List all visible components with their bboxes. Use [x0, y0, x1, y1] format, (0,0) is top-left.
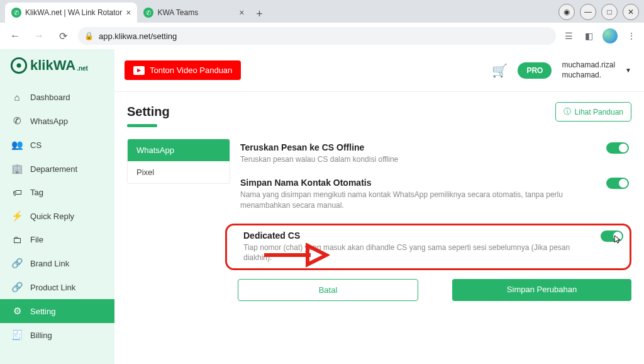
user-name: muchamad.rizal — [562, 60, 615, 71]
sidebar-item-label: WhatsApp — [30, 117, 68, 126]
info-icon: ⓘ — [564, 106, 571, 117]
sidebar-item-label: Brand Link — [30, 259, 69, 268]
sidebar-item-dashboard[interactable]: ⌂Dashboard — [0, 86, 114, 109]
gear-icon: ⚙ — [11, 305, 23, 317]
view-guide-button[interactable]: ⓘ Lihat Panduan — [555, 102, 631, 122]
sidebar-item-label: Setting — [30, 307, 55, 316]
extension-icon[interactable]: ◧ — [582, 30, 595, 42]
menu-icon[interactable]: ⋮ — [625, 30, 638, 42]
window-close-icon[interactable]: ✕ — [623, 4, 639, 20]
window-account-icon[interactable]: ◉ — [558, 4, 575, 20]
option-auto-save-contact: Simpan Nama Kontak Otomatis Nama yang di… — [238, 174, 631, 220]
option-title: Teruskan Pesan ke CS Offline — [240, 142, 600, 152]
topbar: ▶ Tonton Video Panduan 🛒 PRO muchamad.ri… — [114, 49, 644, 92]
window-maximize-icon[interactable]: □ — [601, 4, 618, 20]
logo-icon — [10, 57, 28, 74]
cancel-button[interactable]: Batal — [238, 279, 418, 301]
save-button[interactable]: Simpan Perubahan — [452, 279, 631, 301]
guide-button-label: Lihat Panduan — [575, 108, 623, 117]
option-description: Teruskan pesan walau CS dalam kondisi of… — [240, 154, 600, 165]
browser-tab-0[interactable]: ✆ KlikWA.net | WA Link Rotator × — [5, 3, 137, 23]
folder-icon: 🗀 — [11, 234, 23, 245]
link-icon: 🔗 — [11, 258, 23, 269]
sidebar-item-label: Billing — [30, 331, 52, 340]
toggle-forward-offline[interactable] — [606, 142, 629, 154]
svg-point-1 — [17, 64, 21, 68]
tag-icon: 🏷 — [11, 187, 23, 198]
sidebar-item-billing[interactable]: 🧾Billing — [0, 323, 114, 347]
sidebar-item-label: Product Link — [30, 283, 75, 292]
sidebar-item-quickreply[interactable]: ⚡Quick Reply — [0, 204, 114, 228]
browser-chrome: ◉ — □ ✕ ✆ KlikWA.net | WA Link Rotator ×… — [0, 0, 644, 49]
close-icon[interactable]: × — [239, 8, 244, 18]
video-button-label: Tonton Video Panduan — [150, 65, 232, 75]
plan-badge: PRO — [518, 62, 552, 79]
logo-text: klikWA — [30, 57, 75, 74]
settings-tabs: WhatsApp Pixel — [127, 139, 230, 184]
window-controls: ◉ — □ ✕ — [558, 4, 639, 20]
people-icon: 👥 — [11, 139, 23, 151]
page-title: Setting — [127, 105, 170, 119]
sidebar-item-brandlink[interactable]: 🔗Brand Link — [0, 251, 114, 275]
logo-subtext: .net — [77, 65, 88, 72]
back-icon[interactable]: ← — [6, 27, 24, 45]
forward-icon[interactable]: → — [30, 27, 48, 45]
tab-title: KWA Teams — [157, 8, 198, 17]
sidebar-item-file[interactable]: 🗀File — [0, 228, 114, 251]
user-menu[interactable]: muchamad.rizal muchamad. — [562, 60, 615, 80]
settings-options: Teruskan Pesan ke CS Offline Teruskan pe… — [238, 139, 631, 301]
reload-icon[interactable]: ⟳ — [54, 27, 72, 45]
sidebar-item-departement[interactable]: 🏢Departement — [0, 157, 114, 181]
url-text: app.klikwa.net/setting — [99, 31, 177, 41]
watch-video-button[interactable]: ▶ Tonton Video Panduan — [125, 60, 241, 80]
sidebar-item-label: Quick Reply — [30, 212, 74, 221]
sidebar-item-label: Tag — [30, 188, 43, 197]
url-input[interactable]: 🔒 app.klikwa.net/setting — [78, 27, 556, 45]
arrow-annotation-icon — [260, 239, 330, 271]
sidebar: klikWA .net ⌂Dashboard ✆WhatsApp 👥CS 🏢De… — [0, 49, 114, 364]
sidebar-item-setting[interactable]: ⚙Setting — [0, 299, 114, 323]
option-forward-offline: Teruskan Pesan ke CS Offline Teruskan pe… — [238, 139, 631, 174]
logo[interactable]: klikWA .net — [0, 54, 114, 86]
cursor-icon — [613, 234, 623, 244]
cart-icon[interactable]: 🛒 — [492, 63, 508, 78]
home-icon: ⌂ — [11, 92, 23, 103]
extension-icon[interactable]: ☰ — [562, 30, 575, 42]
tab-title: KlikWA.net | WA Link Rotator — [25, 8, 122, 17]
lock-icon: 🔒 — [84, 31, 94, 40]
building-icon: 🏢 — [11, 163, 23, 174]
main-content: ▶ Tonton Video Panduan 🛒 PRO muchamad.ri… — [114, 49, 644, 364]
tab-strip: ✆ KlikWA.net | WA Link Rotator × ✆ KWA T… — [0, 0, 644, 23]
whatsapp-icon: ✆ — [11, 115, 23, 127]
option-title: Dedicated CS — [243, 230, 594, 241]
profile-avatar-icon[interactable] — [602, 28, 618, 43]
tab-pixel[interactable]: Pixel — [128, 161, 230, 183]
sidebar-item-cs[interactable]: 👥CS — [0, 133, 114, 157]
title-underline — [127, 124, 157, 127]
favicon-icon: ✆ — [143, 8, 153, 18]
tab-whatsapp[interactable]: WhatsApp — [128, 139, 230, 161]
user-name-line2: muchamad. — [562, 71, 615, 81]
address-bar: ← → ⟳ 🔒 app.klikwa.net/setting ☰ ◧ ⋮ — [0, 23, 644, 49]
sidebar-item-tag[interactable]: 🏷Tag — [0, 181, 114, 204]
sidebar-item-whatsapp[interactable]: ✆WhatsApp — [0, 109, 114, 133]
toggle-auto-save-contact[interactable] — [606, 178, 629, 189]
youtube-icon: ▶ — [133, 66, 145, 75]
receipt-icon: 🧾 — [11, 329, 23, 341]
option-title: Simpan Nama Kontak Otomatis — [240, 178, 600, 188]
form-actions: Batal Simpan Perubahan — [238, 279, 631, 301]
chevron-down-icon[interactable]: ▼ — [625, 67, 631, 74]
sidebar-item-label: CS — [30, 140, 42, 150]
sidebar-item-label: Departement — [30, 164, 77, 174]
link-icon: 🔗 — [11, 282, 23, 293]
page-content: Setting ⓘ Lihat Panduan WhatsApp Pixel — [114, 92, 644, 311]
option-description: Nama yang disimpan mengikuti nama kontak… — [240, 190, 600, 211]
sidebar-item-label: Dashboard — [30, 93, 70, 102]
close-icon[interactable]: × — [126, 8, 131, 18]
sidebar-item-label: File — [30, 235, 43, 244]
new-tab-button[interactable]: + — [250, 5, 268, 23]
window-minimize-icon[interactable]: — — [580, 4, 596, 20]
app-root: klikWA .net ⌂Dashboard ✆WhatsApp 👥CS 🏢De… — [0, 49, 644, 364]
browser-tab-1[interactable]: ✆ KWA Teams × — [137, 3, 250, 23]
sidebar-item-productlink[interactable]: 🔗Product Link — [0, 275, 114, 299]
